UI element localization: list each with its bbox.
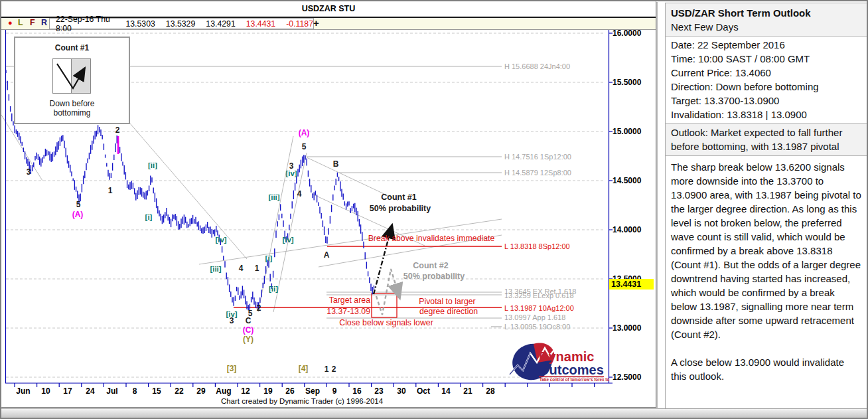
outlook-summary: Outlook: Market expected to fall further… xyxy=(666,123,867,156)
count1-inset-box: Count #1 Down before bottomimg xyxy=(14,37,130,124)
down-then-up-arrow-icon xyxy=(52,58,91,94)
break-above-annotation: Break above invalidates immediate xyxy=(368,234,495,243)
dynamic-outcomes-logo: Dynamic Outcomes Take control of tomorro… xyxy=(508,341,609,382)
target-area-annotation-line1: Target area xyxy=(329,295,370,305)
count2-annotation-line1: Count #2 xyxy=(413,261,448,270)
count2-annotation-line2: 50% probability xyxy=(403,272,465,281)
outlook-panel: USD/ZAR Short Term Outlook Next Few Days… xyxy=(665,3,867,410)
outlook-info-line: Current Price: 13.4060 xyxy=(671,66,861,80)
count1-annotation-line1: Count #1 xyxy=(381,193,416,202)
outlook-info-line: Target: 13.3700-13.0900 xyxy=(671,94,861,108)
logo-word2: Outcomes xyxy=(539,363,604,377)
app-window: USDZAR STU ● L F R 22-Sep-16 Thu 8:00 13… xyxy=(0,0,868,419)
outlook-paragraph-1: The sharp break below 13.6200 signals mo… xyxy=(671,160,861,341)
outlook-title: USD/ZAR Short Term Outlook xyxy=(671,6,861,20)
outlook-info-line: Date: 22 September 2016 xyxy=(671,38,861,52)
outlook-subtitle: Next Few Days xyxy=(671,20,861,34)
outlook-info-line: Time: 10:00 SAST / 08:00 GMT xyxy=(671,52,861,66)
outlook-info-line: Direction: Down before bottoming xyxy=(671,80,861,94)
logo-tagline: Take control of tomorrow's forex today xyxy=(540,377,609,382)
inset-title: Count #1 xyxy=(15,43,129,52)
status-bar xyxy=(1,408,867,418)
outlook-header: USD/ZAR Short Term Outlook Next Few Days xyxy=(666,3,867,37)
outlook-body: The sharp break below 13.6200 signals mo… xyxy=(666,156,867,401)
inset-caption-line2: bottomimg xyxy=(15,108,129,118)
close-below-annotation: Close below signals lower xyxy=(339,318,433,327)
pivotal-annotation-line1: Pivotal to larger xyxy=(419,297,475,306)
logo-word1: Dynamic xyxy=(539,349,594,364)
pivotal-annotation-line2: degree direction xyxy=(419,307,478,316)
outlook-paragraph-2: A close below 13.0900 would invalidate t… xyxy=(671,355,861,383)
outlook-info-line: Invalidation: 13.8318 | 13.0900 xyxy=(671,108,861,122)
outlook-info-list: Date: 22 September 2016Time: 10:00 SAST … xyxy=(666,37,867,123)
target-area-annotation-line2: 13.37-13.09 xyxy=(326,307,370,316)
count1-annotation-line2: 50% probability xyxy=(370,204,431,213)
inset-caption-line1: Down before xyxy=(15,99,129,108)
current-price-badge: 13.4431 xyxy=(609,279,654,290)
